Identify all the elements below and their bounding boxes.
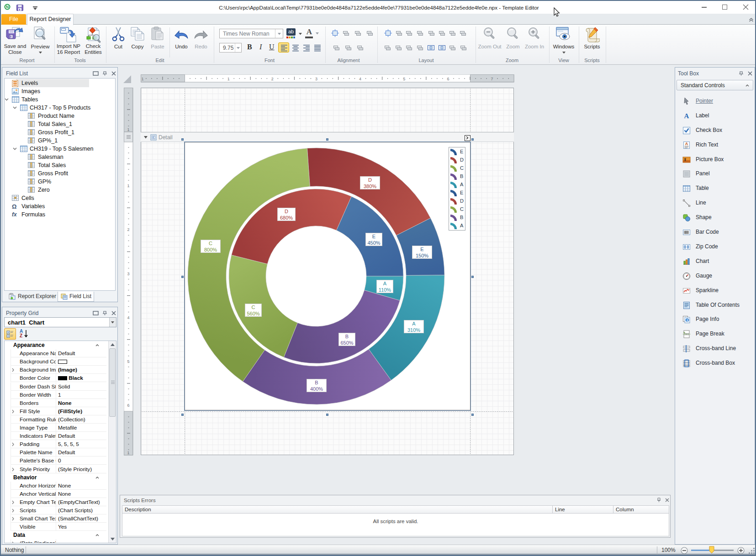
svg-text:6: 6 xyxy=(127,403,129,408)
svg-text:3: 3 xyxy=(127,272,129,276)
svg-text:4: 4 xyxy=(127,315,129,320)
svg-text:1: 1 xyxy=(127,184,129,188)
svg-text:4: 4 xyxy=(359,77,361,81)
svg-text:1: 1 xyxy=(141,77,143,81)
svg-text:A: A xyxy=(685,142,688,146)
svg-text:2: 2 xyxy=(271,77,274,81)
svg-text:6: 6 xyxy=(447,77,449,81)
svg-text:7: 7 xyxy=(491,77,493,81)
svg-text:N: N xyxy=(6,5,9,9)
svg-text:1: 1 xyxy=(127,451,129,455)
svg-text:1: 1 xyxy=(127,127,129,132)
svg-text:1: 1 xyxy=(227,77,230,81)
svg-text:5: 5 xyxy=(127,359,129,364)
svg-text:A: A xyxy=(684,112,689,120)
svg-text:2: 2 xyxy=(127,227,129,232)
svg-text:3: 3 xyxy=(315,77,317,81)
svg-text:5: 5 xyxy=(403,77,405,81)
svg-text:i: i xyxy=(687,318,687,322)
